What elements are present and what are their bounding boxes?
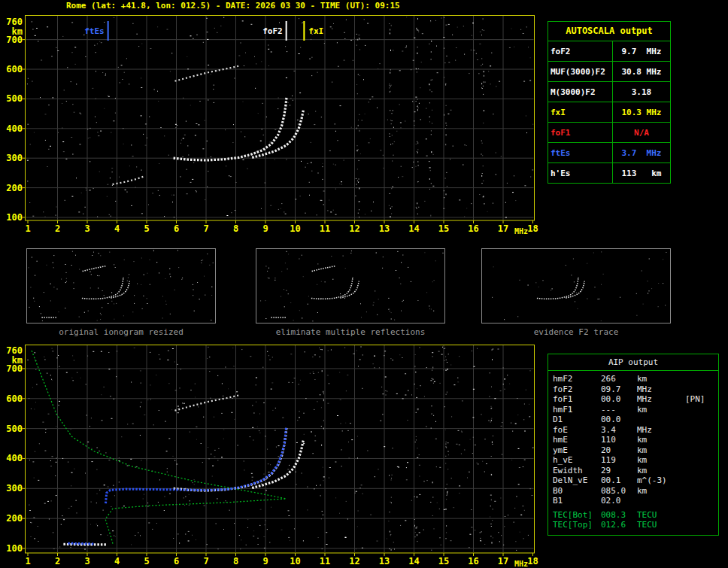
svg-text:7: 7	[203, 223, 208, 234]
param-unit: km	[634, 466, 681, 476]
svg-text:600: 600	[6, 64, 23, 74]
aip-row-foe: foE3.4MHz	[548, 425, 718, 436]
aip-row-hve: h_vE119km	[548, 455, 718, 466]
bottom-ionogram-profile-plot: 760700600500400300200100km12345678910111…	[0, 345, 544, 568]
param-value: N/A	[613, 123, 670, 142]
param-unit: MHz	[634, 384, 681, 395]
svg-text:12: 12	[349, 556, 359, 566]
param-label: foE	[553, 425, 601, 436]
autoscala-row-muf3000f2: MUF(3000)F230.8 MHz	[548, 61, 670, 81]
autoscala-row-fxi: fxI10.3 MHz	[548, 102, 670, 122]
svg-text:MHz: MHz	[514, 227, 528, 235]
param-unit: MHz	[634, 394, 681, 405]
svg-text:9: 9	[262, 223, 268, 234]
svg-text:15: 15	[438, 556, 449, 566]
param-label: foF1	[548, 123, 613, 142]
aip-row-hme: hmE110km	[548, 435, 718, 445]
autoscala-screen: Rome (lat: +41.8, lon: 012.5) - DATE: 20…	[0, 0, 728, 568]
svg-text:8: 8	[233, 223, 238, 234]
param-value: 266	[601, 374, 634, 384]
param-label: D1	[553, 415, 601, 425]
param-value: 012.6	[601, 520, 634, 530]
param-value: 008.3	[601, 510, 634, 521]
aip-row-fof2: foF209.7MHz	[548, 384, 718, 395]
param-value: 119	[601, 455, 634, 466]
svg-text:12: 12	[349, 223, 359, 234]
aip-table-title: AIP output	[548, 354, 718, 371]
svg-text:200: 200	[6, 183, 23, 193]
param-label: M(3000)F2	[548, 82, 613, 102]
svg-text:18: 18	[527, 223, 538, 234]
svg-text:11: 11	[320, 223, 330, 234]
svg-text:600: 600	[6, 393, 23, 404]
param-label: TEC[Bot]	[553, 510, 601, 521]
svg-text:7: 7	[203, 556, 208, 566]
top-ionogram-plot: 760700600500400300200100km12345678910111…	[0, 15, 544, 238]
svg-text:14: 14	[408, 223, 419, 234]
svg-text:10: 10	[290, 223, 300, 234]
param-value: 3.18	[613, 82, 670, 102]
svg-text:5: 5	[144, 556, 149, 566]
svg-text:400: 400	[6, 453, 23, 463]
param-unit: m^(-3)	[634, 475, 681, 486]
svg-text:200: 200	[6, 513, 23, 524]
svg-text:760: 760	[6, 17, 23, 27]
param-label: MUF(3000)F2	[548, 62, 613, 81]
thumbnail-evidence-f2-trace	[481, 248, 671, 323]
param-label: fxI	[548, 102, 613, 122]
param-unit: km	[634, 405, 681, 415]
svg-text:4: 4	[114, 556, 120, 566]
param-value: 110	[601, 435, 634, 445]
param-label: h_vE	[553, 455, 601, 466]
svg-text:500: 500	[6, 424, 23, 434]
autoscala-row-m3000f2: M(3000)F23.18	[548, 81, 670, 102]
param-unit	[634, 415, 681, 425]
autoscala-row-fof1: foF1N/A	[548, 122, 670, 142]
autoscala-row-hes: h'Es113 km	[548, 163, 670, 183]
svg-text:11: 11	[320, 556, 330, 566]
autoscala-table-title: AUTOSCALA output	[548, 22, 670, 41]
param-unit: km	[634, 374, 681, 384]
autoscala-row-fof2: foF29.7 MHz	[548, 41, 670, 61]
param-value: 10.3 MHz	[613, 102, 670, 122]
aip-row-delnve: DelN_vE00.1m^(-3)	[548, 475, 718, 486]
param-unit	[634, 496, 681, 506]
svg-text:16: 16	[468, 556, 478, 566]
param-label: foF2	[548, 41, 613, 61]
param-value: ---	[601, 405, 634, 415]
param-unit: km	[634, 486, 681, 497]
param-unit: km	[634, 445, 681, 456]
aip-table-rows: hmF2266kmfoF209.7MHzfoF100.0MHz[PN]hmF1-…	[548, 374, 718, 530]
svg-text:100: 100	[6, 212, 23, 223]
thumbnail-original-ionogram	[26, 248, 216, 323]
aip-row-hmf1: hmF1---km	[548, 405, 718, 415]
svg-text:17: 17	[498, 223, 508, 234]
param-label: Ewidth	[553, 466, 601, 476]
svg-text:2: 2	[55, 223, 60, 234]
svg-text:MHz: MHz	[514, 560, 528, 568]
param-label: ymE	[553, 445, 601, 456]
aip-row-tecbot: TEC[Bot]008.3TECU	[548, 510, 718, 521]
param-value: 00.0	[601, 415, 634, 425]
svg-text:10: 10	[290, 556, 300, 566]
svg-text:17: 17	[498, 556, 508, 566]
param-note: [PN]	[681, 394, 705, 405]
aip-row-yme: ymE20km	[548, 445, 718, 456]
svg-text:2: 2	[55, 556, 60, 566]
aip-row-tectop: TEC[Top]012.6TECU	[548, 520, 718, 530]
autoscala-table-rows: foF29.7 MHzMUF(3000)F230.8 MHzM(3000)F23…	[548, 41, 670, 183]
svg-text:18: 18	[527, 556, 538, 566]
svg-text:6: 6	[174, 223, 179, 234]
param-value: 9.7 MHz	[613, 41, 670, 61]
svg-text:760: 760	[6, 345, 23, 356]
param-value: 30.8 MHz	[613, 62, 670, 81]
svg-text:km: km	[12, 26, 23, 37]
param-unit: km	[634, 435, 681, 445]
aip-row-b0: B0085.0km	[548, 486, 718, 497]
param-value: 113 km	[613, 163, 670, 183]
aip-row-b1: B102.0	[548, 496, 718, 506]
param-label: ftEs	[548, 143, 613, 163]
svg-text:4: 4	[114, 223, 120, 234]
thumbnail-caption: eliminate multiple reflections	[256, 327, 445, 337]
aip-row-hmf2: hmF2266km	[548, 374, 718, 384]
